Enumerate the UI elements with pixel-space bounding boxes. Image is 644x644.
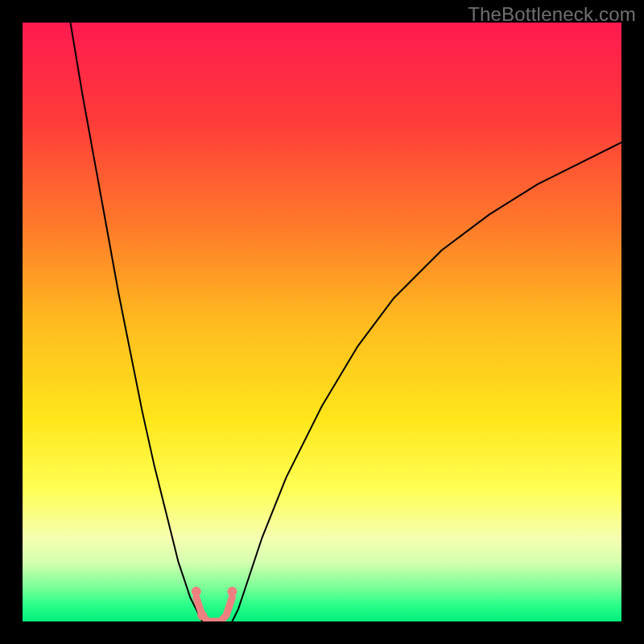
chart-frame: TheBottleneck.com <box>0 0 644 644</box>
watermark-label: TheBottleneck.com <box>468 3 636 26</box>
dot-left-upper <box>192 587 201 597</box>
gradient-background <box>23 23 621 621</box>
chart-canvas <box>23 23 621 621</box>
plot-area <box>23 23 621 621</box>
dot-right <box>227 587 237 597</box>
dot-left-lower <box>197 611 207 621</box>
